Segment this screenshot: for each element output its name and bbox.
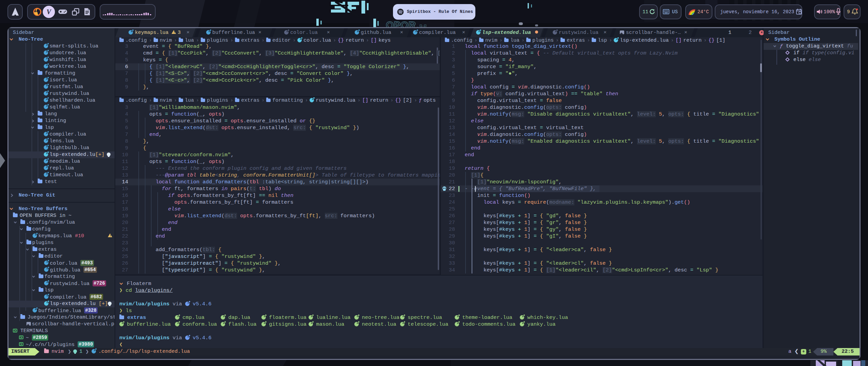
svg-text:·M: ·M — [416, 23, 427, 27]
svg-text:OPOR: OPOR — [386, 20, 416, 27]
